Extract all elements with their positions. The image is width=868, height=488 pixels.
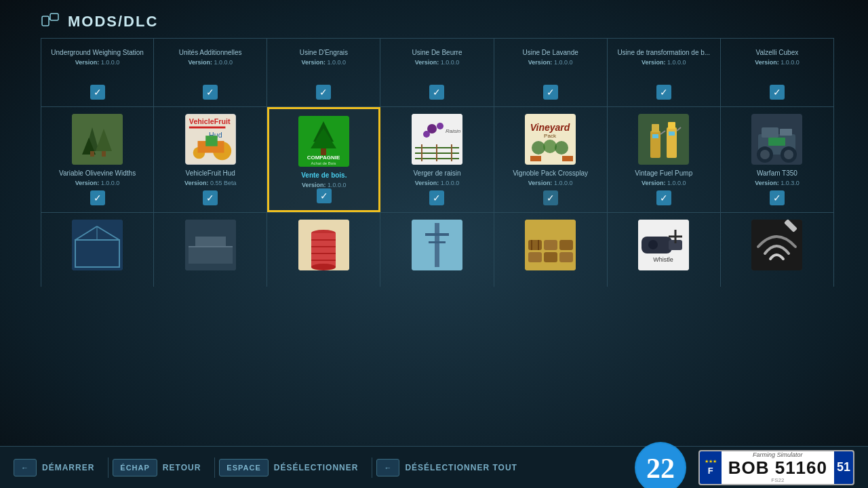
svg-rect-1 bbox=[50, 14, 58, 20]
mod-cell-verger[interactable]: Raisin Verger de raisin Version: 1.0.0.0… bbox=[380, 107, 494, 212]
mod-checkbox[interactable]: ✓ bbox=[770, 85, 785, 100]
mod-cell-vente[interactable]: COMPAGNIE Achat de Bois Vente de bois. V… bbox=[267, 107, 380, 212]
svg-rect-82 bbox=[528, 240, 542, 250]
deselect-button-group[interactable]: ESPACE DÉSÉLECTIONNER bbox=[219, 459, 363, 476]
mod-name: Underground Weighing Station bbox=[51, 48, 144, 57]
mod-cell-r3c7[interactable] bbox=[721, 213, 834, 287]
mod-version: Version: 1.0.0.0 bbox=[302, 59, 347, 66]
fs-logo: 22 bbox=[633, 441, 688, 489]
deselect-all-key: ← bbox=[376, 459, 399, 476]
svg-point-37 bbox=[532, 141, 545, 155]
back-button-group[interactable]: ÉCHAP RETOUR bbox=[113, 459, 206, 476]
mod-name: Usine D'Engrais bbox=[300, 48, 348, 57]
mod-cell-r3c5[interactable] bbox=[494, 213, 608, 287]
separator-1 bbox=[108, 458, 108, 478]
mod-cell-transformation[interactable]: Usine de transformation de b... Version:… bbox=[608, 39, 721, 106]
mod-checkbox[interactable]: ✓ bbox=[543, 190, 558, 205]
mod-icon-warfam bbox=[751, 114, 802, 165]
mod-icon-flat bbox=[185, 220, 236, 270]
svg-text:Achat de Bois: Achat de Bois bbox=[311, 161, 336, 165]
plate-version: FS22 bbox=[771, 477, 784, 483]
back-key: ÉCHAP bbox=[113, 459, 157, 476]
mod-cell-valzelli[interactable]: Valzelli Cubex Version: 1.0.0.0 ✓ bbox=[721, 39, 834, 106]
svg-rect-80 bbox=[429, 241, 446, 243]
mod-cell-engrais[interactable]: Usine D'Engrais Version: 1.0.0.0 ✓ bbox=[267, 39, 380, 106]
separator-2 bbox=[214, 458, 215, 478]
start-label: DÉMARRER bbox=[37, 463, 100, 472]
svg-rect-8 bbox=[102, 151, 106, 157]
mod-icon-pole bbox=[412, 220, 462, 270]
mod-checkbox[interactable]: ✓ bbox=[429, 85, 444, 100]
mod-cell-underground[interactable]: Underground Weighing Station Version: 1.… bbox=[41, 39, 154, 106]
mod-cell-unites[interactable]: Unités Additionnelles Version: 1.0.0.0 ✓ bbox=[154, 39, 267, 106]
svg-rect-3 bbox=[72, 114, 123, 165]
mod-checkbox[interactable]: ✓ bbox=[203, 190, 218, 205]
deselect-all-button-group[interactable]: ← DÉSÉLECTIONNER TOUT bbox=[376, 459, 522, 476]
svg-rect-58 bbox=[780, 129, 792, 136]
mod-version: Version: 1.0.0.0 bbox=[642, 180, 686, 186]
svg-rect-59 bbox=[768, 138, 785, 146]
mod-cell-fuel[interactable]: Vintage Fuel Pump Version: 1.0.0.0 ✓ bbox=[608, 107, 721, 212]
mod-cell-vehiclefruit[interactable]: VehicleFruit Hud VehicleFruit Hud Versio… bbox=[154, 107, 267, 212]
mod-icon-vente: COMPAGNIE Achat de Bois bbox=[298, 116, 349, 167]
mod-icon-wifi bbox=[751, 220, 802, 270]
mod-checkbox[interactable]: ✓ bbox=[90, 85, 105, 100]
mod-name: Usine De Beurre bbox=[412, 48, 462, 57]
start-button-group[interactable]: ← DÉMARRER bbox=[14, 459, 100, 476]
mod-cell-r3c2[interactable] bbox=[154, 213, 267, 287]
mod-cell-warfam[interactable]: Warfam T350 Version: 1.0.3.0 ✓ bbox=[721, 107, 834, 212]
svg-rect-78 bbox=[435, 223, 439, 267]
mod-checkbox[interactable]: ✓ bbox=[656, 85, 671, 100]
mod-icon-silo bbox=[298, 220, 349, 270]
mod-name: Verger de raisin bbox=[413, 169, 460, 178]
mod-cell-r3c6[interactable]: Whistle bbox=[608, 213, 721, 287]
mod-cell-beurre[interactable]: Usine De Beurre Version: 1.0.0.0 ✓ bbox=[380, 39, 494, 106]
mod-cell-lavande[interactable]: Usine De Lavande Version: 1.0.0.0 ✓ bbox=[494, 39, 608, 106]
svg-rect-40 bbox=[530, 156, 541, 161]
svg-rect-67 bbox=[195, 237, 226, 247]
deselect-all-label: DÉSÉLECTIONNER TOUT bbox=[399, 463, 522, 472]
bottom-right: 22 ★★★ F Farming Simulator BOB 51160 FS2… bbox=[633, 441, 854, 489]
svg-rect-84 bbox=[559, 240, 573, 250]
mod-name: Vente de bois. bbox=[301, 171, 347, 180]
mod-checkbox[interactable]: ✓ bbox=[317, 188, 332, 203]
mod-checkbox[interactable]: ✓ bbox=[90, 190, 105, 205]
svg-rect-45 bbox=[652, 124, 659, 132]
svg-point-56 bbox=[760, 150, 770, 159]
mod-version: Version: 1.0.0.0 bbox=[755, 59, 800, 66]
mod-cell-vignoble[interactable]: Vineyard Pack Vignoble Pack Crossplay Ve… bbox=[494, 107, 608, 212]
license-eu-strip: ★★★ F bbox=[700, 451, 722, 484]
mod-name: Warfam T350 bbox=[757, 169, 797, 178]
mod-name: Usine de transformation de b... bbox=[617, 48, 710, 57]
mod-checkbox[interactable]: ✓ bbox=[429, 190, 444, 205]
mod-version: Version: 1.0.0.0 bbox=[528, 180, 573, 186]
deselect-key: ESPACE bbox=[219, 459, 268, 476]
svg-rect-87 bbox=[559, 252, 573, 262]
mods-grid: Underground Weighing Station Version: 1.… bbox=[41, 38, 834, 370]
svg-text:VehicleFruit: VehicleFruit bbox=[189, 117, 231, 125]
mod-cell-r3c3[interactable] bbox=[267, 213, 380, 287]
mod-checkbox[interactable]: ✓ bbox=[770, 190, 785, 205]
svg-rect-47 bbox=[652, 134, 658, 138]
controller-icon bbox=[41, 12, 60, 31]
mod-name: Vintage Fuel Pump bbox=[635, 169, 692, 178]
mod-checkbox[interactable]: ✓ bbox=[543, 85, 558, 100]
eu-letter: F bbox=[708, 466, 713, 476]
mod-cell-olivevine[interactable]: Variable Olivevine Widths Version: 1.0.0… bbox=[41, 107, 154, 212]
svg-rect-86 bbox=[544, 252, 557, 262]
mod-checkbox[interactable]: ✓ bbox=[656, 190, 671, 205]
svg-rect-71 bbox=[311, 233, 336, 267]
mod-name: Valzelli Cubex bbox=[756, 48, 799, 57]
mod-name: Vignoble Pack Crossplay bbox=[513, 169, 588, 178]
mod-cell-r3c4[interactable] bbox=[380, 213, 494, 287]
start-key: ← bbox=[14, 459, 37, 476]
mod-name: Variable Olivevine Widths bbox=[59, 169, 136, 178]
mod-name: VehicleFruit Hud bbox=[186, 169, 235, 178]
svg-rect-48 bbox=[669, 131, 675, 136]
deselect-label: DÉSÉLECTIONNER bbox=[269, 463, 364, 472]
mod-checkbox[interactable]: ✓ bbox=[316, 85, 331, 100]
grid-row-1: Underground Weighing Station Version: 1.… bbox=[41, 38, 834, 106]
mod-checkbox[interactable]: ✓ bbox=[203, 85, 218, 100]
mod-cell-r3c1[interactable] bbox=[41, 213, 154, 287]
mod-version: Version: 1.0.0.0 bbox=[75, 59, 120, 66]
